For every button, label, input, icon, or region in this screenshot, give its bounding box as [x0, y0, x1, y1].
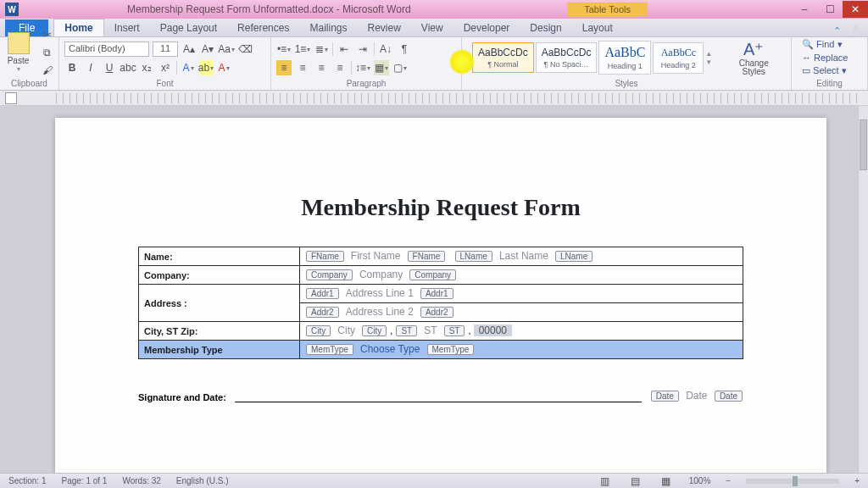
- cc-placeholder[interactable]: First Name: [348, 250, 404, 262]
- copy-icon[interactable]: ⧉: [40, 45, 55, 60]
- font-name-combo[interactable]: Calibri (Body): [64, 42, 149, 57]
- text-effects-icon[interactable]: A: [181, 60, 196, 75]
- style-heading1[interactable]: AaBbC Heading 1: [598, 41, 651, 75]
- status-words[interactable]: Words: 32: [122, 476, 160, 485]
- tab-review[interactable]: Review: [357, 19, 410, 36]
- show-marks-icon[interactable]: ¶: [397, 42, 412, 57]
- select-button[interactable]: ▭ Select ▾: [802, 65, 857, 76]
- cc-placeholder[interactable]: ST: [420, 324, 440, 336]
- cc-tag: Addr2: [420, 307, 453, 318]
- change-styles-icon: A⁺: [743, 39, 764, 59]
- multilevel-icon[interactable]: ≣: [314, 42, 329, 57]
- borders-icon[interactable]: ▢: [392, 60, 408, 75]
- view-read-icon[interactable]: ▤: [628, 474, 643, 489]
- clear-format-icon[interactable]: ⌫: [237, 42, 253, 57]
- tab-view[interactable]: View: [411, 19, 453, 36]
- cc-tag: Date: [651, 391, 679, 402]
- find-button[interactable]: 🔍 Find ▾: [802, 39, 857, 50]
- cc-placeholder[interactable]: 00000: [474, 324, 512, 336]
- status-lang[interactable]: English (U.S.): [176, 476, 229, 485]
- tab-references[interactable]: References: [227, 19, 299, 36]
- strike-icon[interactable]: abc: [120, 60, 136, 75]
- cc-placeholder[interactable]: Address Line 2: [342, 306, 417, 318]
- font-color-icon[interactable]: A: [216, 60, 231, 75]
- view-print-icon[interactable]: ▥: [598, 474, 613, 489]
- replace-button[interactable]: ↔ Replace: [802, 53, 857, 63]
- maximize-button[interactable]: ☐: [817, 1, 843, 18]
- style-heading2[interactable]: AaBbCc Heading 2: [653, 42, 704, 74]
- cc-tag: MemType: [427, 344, 475, 355]
- status-section[interactable]: Section: 1: [8, 476, 46, 485]
- indent-icon[interactable]: ⇥: [355, 42, 370, 57]
- vertical-scrollbar[interactable]: [858, 106, 868, 473]
- sort-icon[interactable]: A↓: [378, 42, 393, 57]
- cell-addr1[interactable]: Addr1 Address Line 1 Addr1: [300, 285, 743, 303]
- cell-memtype[interactable]: MemType Choose Type MemType: [300, 341, 743, 359]
- close-button[interactable]: ✕: [843, 1, 868, 18]
- cell-city[interactable]: City City City , ST ST ST , 00000: [300, 322, 743, 341]
- help-icon[interactable]: ❔: [848, 25, 860, 36]
- shading-icon[interactable]: ▦: [374, 60, 389, 75]
- italic-icon[interactable]: I: [83, 60, 98, 75]
- align-right-icon[interactable]: ≡: [314, 60, 329, 75]
- tab-layout[interactable]: Layout: [572, 19, 623, 36]
- bold-icon[interactable]: B: [64, 60, 80, 75]
- cc-tag: Date: [715, 391, 743, 402]
- cc-placeholder[interactable]: Company: [356, 269, 406, 280]
- cc-tag: LName: [555, 251, 593, 262]
- styles-gallery-more[interactable]: ▴▾: [705, 47, 713, 68]
- change-styles-button[interactable]: A⁺ Change Styles: [721, 39, 786, 77]
- cell-addr2[interactable]: Addr2 Address Line 2 Addr2: [300, 303, 743, 322]
- zoom-percent[interactable]: 100%: [689, 476, 711, 485]
- cc-placeholder[interactable]: Address Line 1: [342, 287, 417, 299]
- minimize-button[interactable]: –: [792, 1, 817, 18]
- tab-insert[interactable]: Insert: [104, 19, 150, 36]
- paste-button[interactable]: Paste ▾: [4, 27, 33, 78]
- view-web-icon[interactable]: ▦: [659, 474, 674, 489]
- tab-mailings[interactable]: Mailings: [299, 19, 357, 36]
- tab-selector[interactable]: [5, 92, 17, 104]
- numbering-icon[interactable]: 1≡: [295, 42, 310, 57]
- cc-placeholder[interactable]: Last Name: [496, 250, 552, 262]
- signature-line: [235, 391, 642, 402]
- cell-name[interactable]: FName First Name FName LName Last Name L…: [300, 247, 743, 266]
- label-address: Address :: [139, 285, 300, 322]
- subscript-icon[interactable]: x₂: [139, 60, 154, 75]
- page[interactable]: Membership Request Form Name: FName Firs…: [55, 118, 826, 473]
- cut-icon[interactable]: ✂: [40, 27, 55, 42]
- style-normal[interactable]: AaBbCcDc ¶ Normal: [472, 42, 534, 73]
- label-city: City, ST Zip:: [139, 322, 300, 341]
- line-spacing-icon[interactable]: ↕≡: [355, 60, 370, 75]
- superscript-icon[interactable]: x²: [158, 60, 173, 75]
- group-editing-label: Editing: [797, 78, 862, 88]
- paste-icon: [8, 32, 30, 54]
- cc-dropdown[interactable]: Choose Type: [357, 343, 424, 355]
- shrink-font-icon[interactable]: A▾: [200, 42, 215, 57]
- status-page[interactable]: Page: 1 of 1: [61, 476, 107, 485]
- tab-design[interactable]: Design: [520, 19, 571, 36]
- highlight-icon[interactable]: ab: [199, 60, 213, 75]
- tab-developer[interactable]: Developer: [453, 19, 520, 36]
- zoom-slider[interactable]: [746, 479, 839, 484]
- cc-placeholder[interactable]: Date: [682, 390, 710, 402]
- grow-font-icon[interactable]: A▴: [181, 42, 197, 57]
- font-size-combo[interactable]: 11: [153, 42, 178, 57]
- tab-home[interactable]: Home: [53, 19, 103, 36]
- align-left-icon[interactable]: ≡: [276, 60, 292, 75]
- change-case-icon[interactable]: Aa: [219, 42, 234, 57]
- minimize-ribbon-icon[interactable]: ⌃: [833, 25, 841, 36]
- align-center-icon[interactable]: ≡: [295, 60, 310, 75]
- justify-icon[interactable]: ≡: [332, 60, 348, 75]
- tab-page-layout[interactable]: Page Layout: [150, 19, 227, 36]
- bullets-icon[interactable]: •≡: [276, 42, 292, 57]
- cell-company[interactable]: Company Company Company: [300, 266, 743, 285]
- cc-tag: City: [362, 325, 387, 336]
- format-painter-icon[interactable]: 🖌: [40, 63, 55, 78]
- underline-icon[interactable]: U: [102, 60, 117, 75]
- cc-tag: Company: [306, 269, 353, 280]
- scrollbar-thumb[interactable]: [860, 119, 867, 170]
- cc-placeholder[interactable]: City: [334, 324, 359, 336]
- outdent-icon[interactable]: ⇤: [337, 42, 352, 57]
- horizontal-ruler[interactable]: [56, 93, 858, 103]
- style-no-spacing[interactable]: AaBbCcDc ¶ No Spaci…: [536, 42, 598, 73]
